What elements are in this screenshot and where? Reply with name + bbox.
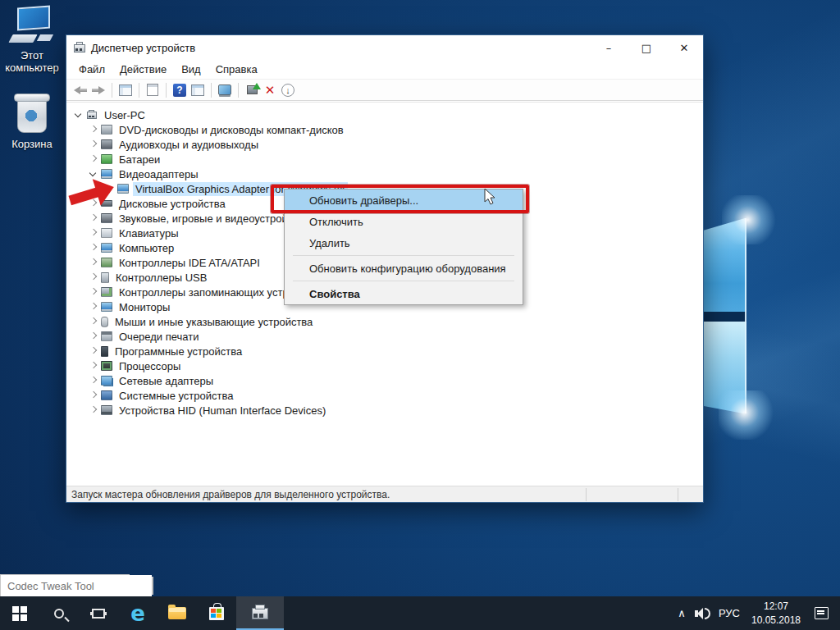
menu-action[interactable]: Действие [112, 62, 174, 77]
storage-controller-icon [101, 287, 112, 297]
hid-icon [101, 405, 112, 415]
chevron-right-icon[interactable] [88, 390, 99, 401]
volume-icon[interactable] [692, 596, 713, 630]
back-button[interactable] [71, 81, 89, 99]
tree-node-network-adapters[interactable]: Сетевые адаптеры [66, 373, 703, 388]
chevron-right-icon[interactable] [88, 316, 99, 327]
context-menu-uninstall[interactable]: Удалить [285, 232, 523, 253]
update-driver-icon [247, 85, 258, 94]
keyboard-icon [101, 228, 112, 238]
status-bar: Запуск мастера обновления драйверов для … [66, 486, 703, 502]
menu-help[interactable]: Справка [208, 62, 265, 77]
chevron-right-icon[interactable] [88, 375, 99, 386]
chevron-right-icon[interactable] [88, 212, 99, 224]
chevron-right-icon[interactable] [88, 331, 99, 342]
search-icon [54, 609, 64, 619]
chevron-right-icon[interactable] [88, 153, 99, 165]
chevron-right-icon[interactable] [88, 227, 99, 239]
chevron-right-icon[interactable] [88, 139, 99, 150]
context-menu-properties[interactable]: Свойства [285, 283, 523, 304]
codec-tweak-tool-input[interactable] [1, 575, 152, 596]
system-tray: ∧ РУС 12:07 10.05.2018 [672, 596, 840, 630]
action-pane-button[interactable] [189, 81, 207, 99]
disable-icon: ↓ [281, 84, 294, 97]
chevron-right-icon[interactable] [88, 272, 99, 283]
tray-chevron-up-icon[interactable]: ∧ [672, 607, 692, 619]
chevron-down-icon[interactable] [73, 109, 84, 121]
file-explorer-icon [168, 607, 186, 619]
update-driver-button[interactable] [243, 81, 261, 99]
action-center-icon[interactable] [815, 607, 829, 619]
tree-node-mice[interactable]: Мыши и иные указывающие устройства [66, 314, 703, 329]
chevron-right-icon[interactable] [88, 345, 99, 357]
properties-icon [147, 84, 158, 96]
chevron-right-icon[interactable] [88, 257, 99, 268]
codec-tweak-tool-button[interactable] [152, 577, 153, 595]
scan-hardware-icon [218, 84, 231, 95]
window-title: Диспетчер устройств [91, 42, 195, 54]
tree-node-system-devices[interactable]: Системные устройства [66, 388, 703, 403]
software-device-icon [101, 346, 108, 357]
start-button[interactable] [0, 596, 39, 630]
status-text: Запуск мастера обновления драйверов для … [71, 489, 390, 500]
taskbar-search-button[interactable] [39, 596, 79, 630]
console-tree-icon [119, 84, 132, 96]
language-indicator[interactable]: РУС [713, 607, 746, 619]
minimize-button[interactable]: – [590, 35, 628, 60]
tree-node-video-adapters[interactable]: Видеоадаптеры [66, 167, 703, 181]
mouse-cursor [484, 188, 497, 206]
taskbar-edge-button[interactable]: e [118, 596, 158, 630]
tree-node-user-pc[interactable]: User-PC [66, 107, 703, 122]
context-menu-scan-hardware[interactable]: Обновить конфигурацию оборудования [285, 258, 523, 279]
clock-time: 12:07 [746, 600, 806, 613]
menubar: Файл Действие Вид Справка [66, 60, 703, 79]
uninstall-device-button[interactable]: ✕ [261, 81, 279, 99]
help-icon: ? [173, 84, 186, 97]
titlebar[interactable]: Диспетчер устройств – □ ✕ [66, 35, 703, 60]
console-tree-button[interactable] [116, 81, 135, 99]
desktop-icon-this-pc[interactable]: Этот компьютер [0, 7, 64, 74]
context-menu-disable[interactable]: Отключить [285, 211, 523, 232]
battery-icon [101, 154, 112, 164]
store-icon [209, 607, 224, 620]
chevron-right-icon[interactable] [88, 124, 99, 135]
help-button[interactable]: ? [171, 81, 189, 99]
tree-node-batteries[interactable]: Батареи [66, 152, 703, 167]
chevron-right-icon[interactable] [88, 360, 99, 372]
menu-separator [293, 281, 514, 281]
chevron-right-icon[interactable] [88, 242, 99, 253]
desktop-icon-recycle-bin[interactable]: Корзина [0, 92, 64, 150]
task-view-button[interactable] [79, 596, 118, 630]
network-adapter-icon [101, 376, 112, 386]
task-view-icon [92, 609, 105, 619]
forward-button[interactable] [89, 81, 107, 99]
scan-hardware-button[interactable] [216, 81, 234, 99]
maximize-button[interactable]: □ [628, 35, 665, 60]
menu-separator [293, 255, 514, 256]
taskbar-device-manager-button[interactable] [236, 596, 284, 630]
disable-device-button[interactable]: ↓ [279, 81, 297, 99]
taskbar-explorer-button[interactable] [158, 596, 197, 630]
ide-controller-icon [101, 258, 112, 267]
desktop-icon-label: Корзина [0, 138, 64, 150]
action-pane-icon [191, 84, 204, 96]
menu-view[interactable]: Вид [174, 62, 208, 77]
tree-node-processors[interactable]: Процессоры [66, 358, 703, 373]
taskbar-store-button[interactable] [197, 596, 236, 630]
tree-node-dvd[interactable]: DVD-дисководы и дисководы компакт-дисков [66, 122, 703, 137]
menu-file[interactable]: Файл [71, 62, 112, 77]
toolbar: ? ✕ ↓ [66, 79, 703, 101]
chevron-right-icon[interactable] [88, 404, 99, 416]
tree-node-hid[interactable]: Устройства HID (Human Interface Devices) [66, 403, 703, 418]
tree-node-audio-io[interactable]: Аудиовходы и аудиовыходы [66, 137, 703, 152]
tree-node-print-queues[interactable]: Очереди печати [66, 329, 703, 344]
windows-logo-edge [745, 218, 746, 413]
close-button[interactable]: ✕ [665, 35, 703, 60]
printer-icon [101, 331, 112, 341]
tree-node-software-devices[interactable]: Программные устройства [66, 344, 703, 358]
properties-button[interactable] [144, 81, 162, 99]
device-manager-icon [73, 42, 86, 53]
clock[interactable]: 12:07 10.05.2018 [746, 600, 806, 626]
chevron-right-icon[interactable] [88, 301, 99, 313]
chevron-right-icon[interactable] [88, 286, 99, 298]
